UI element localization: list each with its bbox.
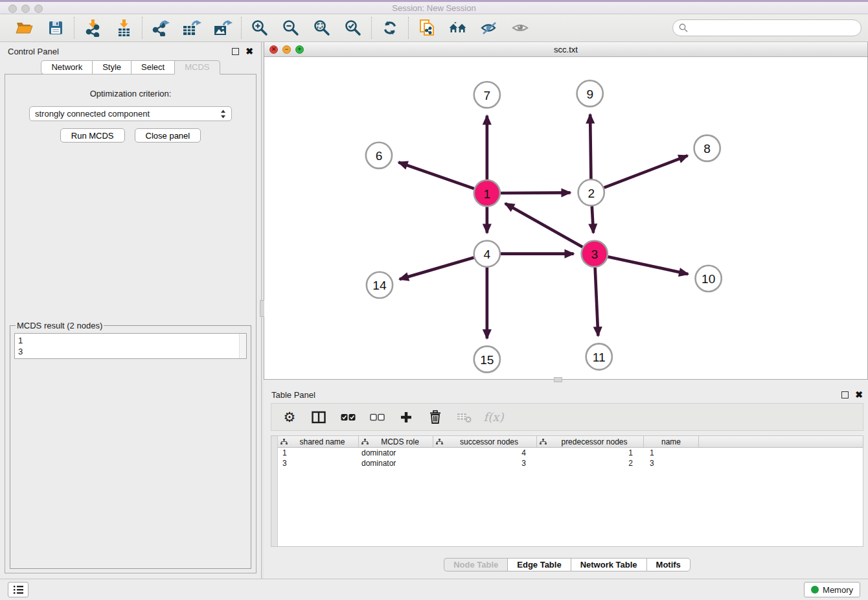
table-settings-button[interactable]: ⚙ bbox=[280, 408, 299, 426]
close-panel-button[interactable]: Close panel bbox=[135, 128, 201, 143]
tab-motifs[interactable]: Motifs bbox=[646, 558, 691, 571]
export-table-button[interactable] bbox=[182, 18, 201, 38]
cell-mcds-role[interactable]: dominator bbox=[359, 459, 433, 468]
delete-table-button[interactable] bbox=[455, 408, 474, 426]
mcds-result-list[interactable]: 1 3 bbox=[14, 333, 247, 359]
zoom-fit-icon bbox=[314, 19, 330, 36]
export-image-button[interactable] bbox=[213, 18, 233, 38]
graph-edge-3-1[interactable] bbox=[505, 203, 582, 247]
graph-edge-3-10[interactable] bbox=[608, 257, 688, 274]
graph-edge-4-14[interactable] bbox=[400, 258, 474, 279]
table-row[interactable]: 1 dominator 4 1 1 bbox=[278, 448, 863, 458]
column-header-name[interactable]: name bbox=[644, 436, 699, 447]
refresh-view-button[interactable] bbox=[380, 18, 400, 38]
cell-mcds-role[interactable]: dominator bbox=[359, 448, 433, 457]
open-session-button[interactable] bbox=[15, 18, 34, 38]
cell-name[interactable]: 1 bbox=[644, 448, 699, 457]
horizontal-splitter[interactable] bbox=[264, 380, 868, 386]
search-input[interactable] bbox=[691, 23, 855, 33]
cell-successor-nodes[interactable]: 4 bbox=[433, 448, 537, 457]
zoom-in-icon bbox=[251, 19, 268, 36]
search-bar[interactable] bbox=[672, 19, 862, 36]
tab-node-table[interactable]: Node Table bbox=[444, 558, 507, 571]
graph-node-10[interactable]: 10 bbox=[696, 266, 722, 292]
table-panel-close-icon[interactable]: ✖ bbox=[855, 391, 863, 398]
graph-node-2[interactable]: 2 bbox=[578, 179, 604, 205]
graph-node-4[interactable]: 4 bbox=[474, 241, 500, 267]
column-header-predecessor-nodes[interactable]: predecessor nodes bbox=[537, 436, 644, 447]
mcds-result-scrollbar[interactable] bbox=[239, 334, 246, 358]
cell-successor-nodes[interactable]: 3 bbox=[433, 459, 537, 468]
cell-predecessor-nodes[interactable]: 1 bbox=[537, 448, 644, 457]
tab-network-table[interactable]: Network Table bbox=[571, 558, 646, 571]
network-overview-button[interactable] bbox=[448, 18, 468, 38]
import-table-button[interactable] bbox=[114, 18, 133, 38]
graph-node-7[interactable]: 7 bbox=[474, 82, 500, 108]
import-network-button[interactable] bbox=[83, 18, 102, 38]
column-header-mcds-role[interactable]: MCDS role bbox=[359, 436, 433, 447]
show-panel-button[interactable] bbox=[510, 18, 530, 38]
optimization-criterion-select[interactable]: strongly connected component bbox=[29, 106, 232, 121]
zoom-fit-button[interactable] bbox=[312, 18, 332, 38]
function-builder-button[interactable]: f(x) bbox=[485, 408, 503, 426]
graph-edge-3-11[interactable] bbox=[595, 268, 599, 336]
memory-button[interactable]: Memory bbox=[804, 582, 860, 597]
tab-style[interactable]: Style bbox=[92, 60, 131, 75]
add-column-button[interactable] bbox=[397, 408, 415, 426]
zoom-in-button[interactable] bbox=[250, 18, 269, 38]
memory-label: Memory bbox=[823, 585, 853, 595]
svg-text:6: 6 bbox=[376, 149, 383, 163]
table-panel-float-icon[interactable] bbox=[841, 391, 849, 398]
table-panel-title: Table Panel bbox=[271, 390, 315, 400]
delete-column-button[interactable] bbox=[426, 408, 444, 426]
task-history-button[interactable] bbox=[8, 582, 29, 597]
column-header-successor-nodes[interactable]: successor nodes bbox=[433, 436, 537, 447]
zoom-selected-button[interactable] bbox=[343, 18, 363, 38]
tab-mcds[interactable]: MCDS bbox=[174, 60, 220, 75]
tab-select[interactable]: Select bbox=[131, 60, 174, 75]
graph-node-8[interactable]: 8 bbox=[694, 135, 720, 161]
graph-node-11[interactable]: 11 bbox=[586, 343, 612, 369]
column-header-shared-name[interactable]: shared name bbox=[278, 436, 359, 447]
network-close-button[interactable]: ✕ bbox=[269, 45, 278, 54]
control-panel: Control Panel ✖ Network Style Select MCD… bbox=[0, 42, 261, 579]
table-row[interactable]: 3 dominator 3 2 3 bbox=[278, 458, 863, 468]
clone-network-button[interactable] bbox=[417, 18, 437, 38]
network-maximize-button[interactable]: + bbox=[295, 45, 304, 54]
graph-node-14[interactable]: 14 bbox=[367, 272, 393, 298]
graph-edge-1-2[interactable] bbox=[501, 192, 571, 193]
graph-node-1[interactable]: 1 bbox=[474, 180, 500, 206]
save-session-button[interactable] bbox=[46, 18, 65, 38]
vertical-splitter[interactable] bbox=[261, 42, 264, 579]
graph-node-3[interactable]: 3 bbox=[582, 241, 608, 267]
svg-text:10: 10 bbox=[702, 272, 715, 286]
select-all-columns-button[interactable] bbox=[339, 408, 357, 426]
graph-edge-2-9[interactable] bbox=[590, 114, 591, 179]
deselect-all-columns-button[interactable] bbox=[368, 408, 386, 426]
control-panel-close-icon[interactable]: ✖ bbox=[246, 48, 253, 55]
graph-edge-2-8[interactable] bbox=[604, 156, 687, 187]
cell-shared-name[interactable]: 3 bbox=[278, 459, 359, 468]
splitter-grip[interactable] bbox=[554, 377, 562, 382]
network-canvas[interactable]: 7968124314101511 bbox=[264, 57, 867, 379]
export-network-button[interactable] bbox=[151, 18, 170, 38]
graph-node-15[interactable]: 15 bbox=[474, 346, 500, 372]
cell-shared-name[interactable]: 1 bbox=[278, 448, 359, 457]
split-view-button[interactable] bbox=[310, 408, 328, 426]
network-window-titlebar[interactable]: ✕ − + scc.txt bbox=[264, 42, 867, 57]
hide-panel-button[interactable] bbox=[479, 18, 499, 38]
folder-open-icon bbox=[16, 20, 34, 36]
network-minimize-button[interactable]: − bbox=[282, 45, 291, 54]
cell-predecessor-nodes[interactable]: 2 bbox=[537, 459, 644, 468]
graph-edge-1-6[interactable] bbox=[398, 162, 474, 189]
network-view-window: ✕ − + scc.txt 7968124314101511 bbox=[264, 42, 868, 380]
tab-edge-table[interactable]: Edge Table bbox=[507, 558, 570, 571]
run-mcds-button[interactable]: Run MCDS bbox=[60, 128, 125, 143]
graph-node-6[interactable]: 6 bbox=[366, 143, 392, 168]
graph-node-9[interactable]: 9 bbox=[577, 80, 603, 106]
graph-edge-2-3[interactable] bbox=[592, 206, 593, 233]
control-panel-float-icon[interactable] bbox=[232, 48, 239, 55]
tab-network[interactable]: Network bbox=[41, 60, 92, 75]
zoom-out-button[interactable] bbox=[281, 18, 301, 38]
cell-name[interactable]: 3 bbox=[644, 459, 699, 468]
